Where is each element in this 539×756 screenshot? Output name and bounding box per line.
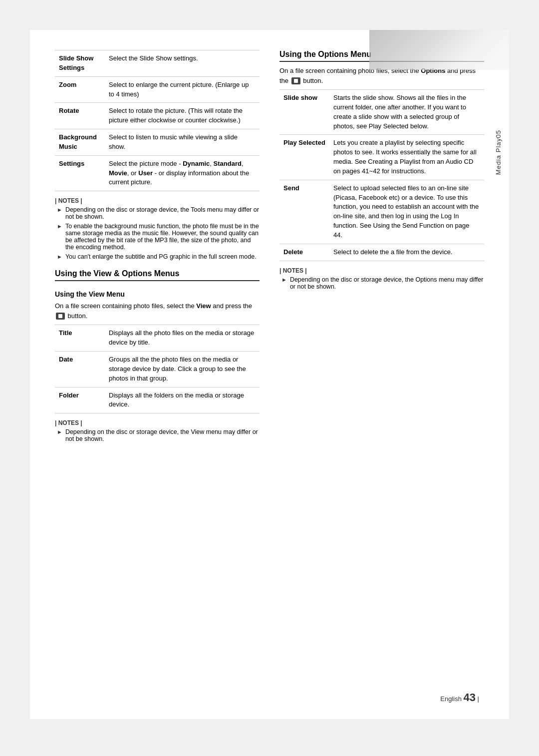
row-label: Folder xyxy=(55,387,105,413)
row-label: Title xyxy=(55,325,105,352)
notes-item: ►Depending on the disc or storage device… xyxy=(55,428,260,442)
row-description: Displays all the folders on the media or… xyxy=(105,387,260,413)
view-menu-table: TitleDisplays all the photo files on the… xyxy=(55,325,260,413)
notes-options: | NOTES | ►Depending on the disc or stor… xyxy=(279,267,484,290)
slideshow-table: Slide Show SettingsSelect the Slide Show… xyxy=(55,50,260,191)
row-description: Select the picture mode - Dynamic, Stand… xyxy=(105,155,260,191)
table-row: FolderDisplays all the folders on the me… xyxy=(55,387,260,413)
table-row: SendSelect to upload selected files to a… xyxy=(279,180,484,244)
row-description: Displays all the photo files on the medi… xyxy=(105,325,260,352)
row-description: Select to enlarge the current picture. (… xyxy=(105,76,260,103)
table-row: SettingsSelect the picture mode - Dynami… xyxy=(55,155,260,191)
row-description: Select to rotate the picture. (This will… xyxy=(105,103,260,129)
view-bold: View xyxy=(196,302,211,310)
notes-item: ►Depending on the disc or storage device… xyxy=(279,276,484,290)
notes-item: ►To enable the background music function… xyxy=(55,223,260,251)
row-description: Select to listen to music while viewing … xyxy=(105,129,260,156)
left-column: Slide Show SettingsSelect the Slide Show… xyxy=(55,50,260,451)
language-label: English xyxy=(440,695,462,703)
row-label: Send xyxy=(279,180,329,244)
row-label: Delete xyxy=(279,244,329,261)
bullet-icon: ► xyxy=(57,429,62,435)
view-menu-intro: On a file screen containing photo files,… xyxy=(55,301,260,321)
row-label: Settings xyxy=(55,155,105,191)
row-label: Background Music xyxy=(55,129,105,156)
notes-item: ►Depending on the disc or storage device… xyxy=(55,206,260,220)
table-row: RotateSelect to rotate the picture. (Thi… xyxy=(55,103,260,129)
table-row: Background MusicSelect to listen to musi… xyxy=(55,129,260,156)
row-label: Slide show xyxy=(279,90,329,135)
bullet-icon: ► xyxy=(57,254,62,260)
notes-text: Depending on the disc or storage device,… xyxy=(290,276,484,290)
notes-top-label: | NOTES | xyxy=(55,197,260,204)
bullet-icon: ► xyxy=(57,207,62,213)
view-button-icon xyxy=(56,313,65,320)
notes-view: | NOTES | ►Depending on the disc or stor… xyxy=(55,419,260,442)
options-button-icon xyxy=(291,77,300,84)
row-label: Zoom xyxy=(55,76,105,103)
notes-options-label: | NOTES | xyxy=(279,267,484,274)
view-options-section-title: Using the View & Options Menus xyxy=(55,269,260,281)
row-label: Slide Show Settings xyxy=(55,50,105,77)
right-column: Using the Options Menu On a file screen … xyxy=(279,50,484,451)
row-label: Play Selected xyxy=(279,135,329,180)
table-row: Play SelectedLets you create a playlist … xyxy=(279,135,484,180)
chapter-number: 05 xyxy=(495,130,502,138)
row-label: Date xyxy=(55,351,105,387)
row-description: Lets you create a playlist by selecting … xyxy=(329,135,484,180)
notes-item: ►You can't enlarge the subtitle and PG g… xyxy=(55,253,260,260)
notes-text: Depending on the disc or storage device,… xyxy=(65,206,260,220)
row-description: Select the Slide Show settings. xyxy=(105,50,260,77)
view-menu-subtitle: Using the View Menu xyxy=(55,290,260,298)
notes-text: To enable the background music function,… xyxy=(65,223,260,251)
footer: English 43 | xyxy=(440,691,479,704)
table-row: DateGroups all the the photo files on th… xyxy=(55,351,260,387)
page-divider: | xyxy=(478,695,479,703)
notes-text: You can't enlarge the subtitle and PG gr… xyxy=(65,253,257,260)
row-description: Select to upload selected files to an on… xyxy=(329,180,484,244)
table-row: Slide Show SettingsSelect the Slide Show… xyxy=(55,50,260,77)
table-row: ZoomSelect to enlarge the current pictur… xyxy=(55,76,260,103)
row-description: Select to delete the a file from the dev… xyxy=(329,244,484,261)
options-menu-table: Slide showStarts the slide show. Shows a… xyxy=(279,89,484,261)
chapter-label: Media Play xyxy=(495,138,502,175)
page-number: 43 xyxy=(464,691,476,704)
table-row: TitleDisplays all the photo files on the… xyxy=(55,325,260,352)
notes-top: | NOTES | ►Depending on the disc or stor… xyxy=(55,197,260,260)
bullet-icon: ► xyxy=(57,223,62,229)
notes-text: Depending on the disc or storage device,… xyxy=(65,428,260,442)
table-row: Slide showStarts the slide show. Shows a… xyxy=(279,90,484,135)
notes-view-label: | NOTES | xyxy=(55,419,260,426)
chapter-sidebar: 05 Media Play xyxy=(495,130,502,175)
table-row: DeleteSelect to delete the a file from t… xyxy=(279,244,484,261)
bullet-icon: ► xyxy=(281,277,287,283)
row-label: Rotate xyxy=(55,103,105,129)
row-description: Starts the slide show. Shows all the fil… xyxy=(329,90,484,135)
row-description: Groups all the the photo files on the me… xyxy=(105,351,260,387)
